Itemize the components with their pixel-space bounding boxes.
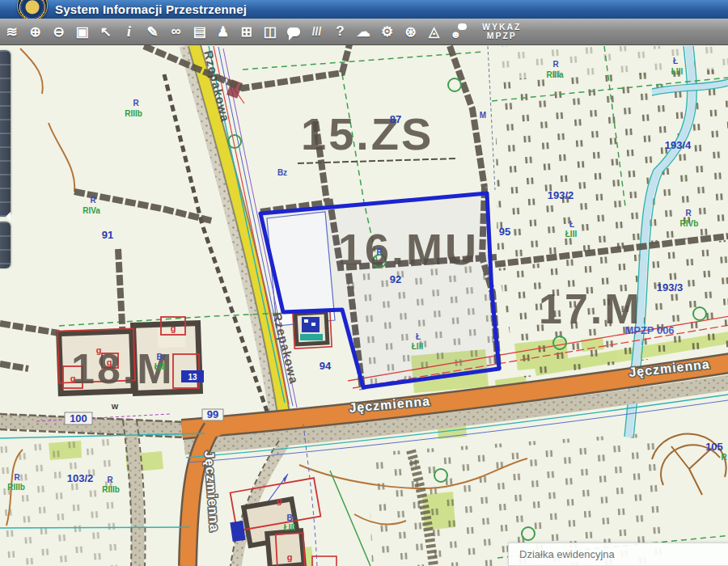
soil-r: R	[14, 473, 20, 482]
map-canvas[interactable]: 15.ZS 16.MU 17.M 18.M 87 92 95 94 91 99 …	[0, 0, 728, 566]
parallel-measure-icon[interactable]: ///	[305, 20, 328, 43]
soil-liii: ŁIII	[412, 342, 424, 351]
speech-bubble-shape	[287, 27, 300, 36]
settings-gears-icon[interactable]: ⚙	[375, 20, 399, 43]
g-label: g	[107, 357, 112, 367]
print-icon[interactable]: ▤	[188, 20, 211, 43]
g-label: g	[70, 374, 76, 383]
zoom-in-icon[interactable]: ⊕	[23, 20, 47, 43]
soil-riiib: RIIIb	[102, 485, 120, 494]
parcel-193-2: 193/2	[548, 189, 574, 201]
parcel-193-4: 193/4	[665, 139, 692, 151]
layers-icon[interactable]: ≋	[0, 20, 23, 43]
copy-view-icon[interactable]: ⊞	[235, 20, 258, 43]
street-view-icon[interactable]: ♟	[211, 20, 235, 43]
side-panel-tab-upper[interactable]	[0, 50, 11, 217]
soil-r: R	[552, 60, 559, 69]
share-link-icon[interactable]: ∞	[164, 20, 188, 43]
zone-label-16mu: 16.MU	[338, 225, 479, 273]
parcel-94: 94	[320, 360, 332, 372]
side-panel-tab-lower[interactable]	[0, 222, 11, 268]
feedback-person-icon[interactable]: ☻	[446, 20, 469, 43]
soil-liii: ŁIII	[284, 523, 296, 532]
g-label: g	[277, 496, 282, 505]
soil-r: R	[107, 475, 113, 484]
soil-bz: Bz	[277, 168, 287, 177]
search-location-icon[interactable]: ⊛	[399, 20, 422, 43]
soil-m: M	[480, 111, 486, 120]
soil-l: Ł	[673, 57, 678, 65]
parcel-103-2: 103/2	[67, 472, 94, 484]
soil-liii: ŁIII	[154, 362, 167, 371]
feedback-shape: ☻	[451, 25, 465, 38]
soil-riva: RIVa	[83, 206, 100, 215]
soil-riiib: RIIIb	[125, 109, 142, 118]
soil-r: R	[90, 196, 96, 205]
g-label: g	[96, 345, 102, 355]
soil-r: R	[685, 209, 692, 218]
zone-label-15zs: 15.ZS	[301, 108, 434, 159]
feature-tooltip-text: Działka ewidencyjna	[519, 548, 615, 560]
soil-br: Br	[156, 353, 165, 361]
parcel-100: 100	[70, 412, 87, 424]
soil-liii: ŁIII	[565, 230, 578, 239]
g-label: g	[287, 552, 293, 562]
soil-liii: ŁIII	[671, 67, 684, 76]
mpzp-boundary-label: MPZP 006	[624, 324, 674, 336]
building-rzepakowa	[293, 310, 332, 348]
soil-r: R	[721, 453, 727, 462]
full-extent-icon[interactable]: ▣	[70, 20, 94, 43]
soil-r: R	[376, 247, 383, 256]
soil-w: W	[112, 403, 119, 411]
zoom-out-icon[interactable]: ⊖	[47, 20, 70, 43]
north-triangle-icon[interactable]: ◬	[422, 20, 446, 43]
gis-application: 15.ZS 16.MU 17.M 18.M 87 92 95 94 91 99 …	[0, 0, 728, 566]
parcel-105: 105	[705, 441, 723, 453]
soil-r: R	[133, 99, 139, 108]
parcel-193-3: 193/3	[657, 281, 684, 294]
soil-riiib: RIIIb	[7, 483, 25, 492]
map-toolbar: ≋ ⊕ ⊖ ▣ ↖ i ✎ ∞ ▤ ♟ ⊞ ◫ /// ? ☁ ⚙ ⊛ ◬ ☻ …	[0, 19, 728, 45]
speech-bubble-icon[interactable]	[281, 20, 305, 43]
layout-panels-icon[interactable]: ◫	[258, 20, 281, 43]
soil-l: Ł	[569, 220, 574, 229]
map-svg: 15.ZS 16.MU 17.M 18.M 87 92 95 94 91 99 …	[0, 0, 728, 566]
wykaz-mpzp-button[interactable]: WYKAZ MPZP	[482, 23, 522, 40]
cloud-download-icon[interactable]: ☁	[352, 20, 375, 43]
feature-tooltip: Działka ewidencyjna	[508, 543, 728, 566]
wykaz-line2: MPZP	[482, 32, 522, 40]
identify-info-icon[interactable]: i	[117, 20, 141, 43]
help-icon[interactable]: ?	[328, 20, 352, 43]
soil-rivb: RIVb	[680, 219, 699, 228]
soil-riiia: RIIIa	[546, 70, 564, 79]
plate-13-label: 13	[188, 373, 197, 382]
parcel-92: 92	[390, 273, 401, 285]
app-title: System Informacji Przestrzennej	[55, 2, 247, 16]
g-label: g	[171, 323, 176, 333]
parcel-99: 99	[207, 408, 218, 420]
parcel-91: 91	[102, 229, 113, 241]
parcel-95: 95	[499, 226, 510, 238]
select-pointer-icon[interactable]: ↖	[94, 20, 117, 43]
title-bar: System Informacji Przestrzennej	[0, 0, 728, 19]
soil-l: Ł	[416, 332, 421, 341]
soil-br: Br	[286, 513, 295, 522]
parcel-87: 87	[390, 113, 401, 125]
measure-draw-icon[interactable]: ✎	[141, 20, 164, 43]
